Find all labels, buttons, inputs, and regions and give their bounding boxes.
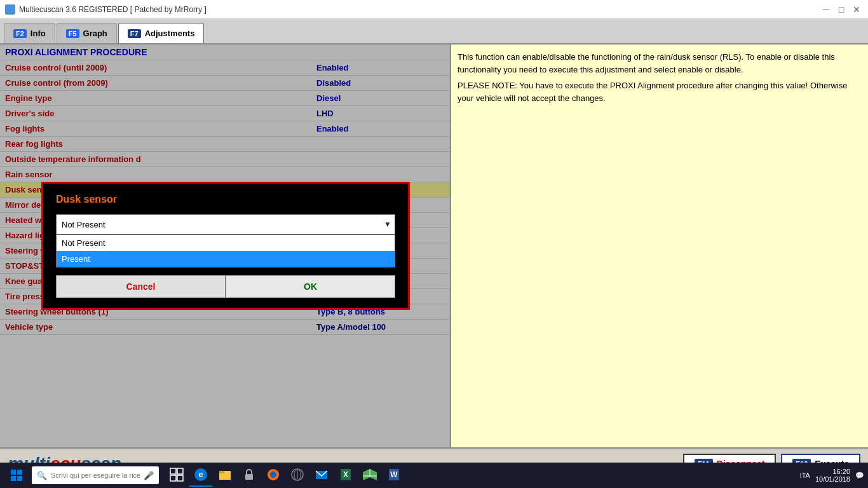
taskbar-language: ITA (800, 471, 810, 479)
info-area: This function can enable/disable the fun… (451, 44, 868, 447)
taskbar-app-explorer[interactable] (214, 464, 236, 487)
taskbar-app-mail[interactable] (310, 464, 333, 487)
svg-rect-3 (17, 476, 22, 481)
close-button[interactable]: ✕ (850, 3, 863, 16)
dropdown-option-not-present[interactable]: Not Present (57, 235, 395, 251)
svg-rect-7 (177, 475, 183, 481)
dropdown-option-present[interactable]: Present (57, 251, 395, 267)
word-icon: W (387, 468, 401, 482)
taskbar-app-security[interactable] (238, 464, 261, 487)
cancel-button[interactable]: Cancel (56, 275, 226, 298)
tab-graph-label: Graph (83, 29, 107, 38)
svg-text:W: W (390, 470, 398, 479)
svg-rect-0 (11, 470, 16, 475)
firefox-icon (266, 468, 280, 482)
tabbar: F2 Info F5 Graph F7 Adjustments (0, 19, 868, 43)
taskbar-apps: e (165, 464, 405, 487)
svg-text:X: X (343, 470, 348, 479)
taskbar-date: 10/01/2018 (815, 475, 850, 483)
notification-icon: 💬 (855, 471, 864, 480)
modal-select-wrapper: Not Present Present ▼ (56, 214, 395, 234)
tab-info-label: Info (31, 29, 46, 38)
mail-icon (315, 468, 329, 482)
tab-info[interactable]: F2 Info (4, 23, 55, 43)
taskbar-clock: 16:20 10/01/2018 (815, 468, 850, 483)
titlebar-controls: ─ □ ✕ (820, 3, 863, 16)
taskbar-app-maps[interactable] (358, 464, 381, 487)
tab-adjustments-key: F7 (128, 29, 141, 38)
dusk-sensor-modal: Dusk sensor Not Present Present ▼ Not Pr… (41, 182, 410, 310)
modal-overlay: Dusk sensor Not Present Present ▼ Not Pr… (0, 44, 451, 447)
modal-dropdown[interactable]: Not Present Present (56, 214, 395, 234)
taskbar-app-network[interactable] (286, 464, 309, 487)
svg-rect-11 (219, 473, 231, 480)
svg-rect-1 (17, 470, 22, 475)
svg-rect-5 (177, 468, 183, 474)
explorer-icon (218, 468, 232, 482)
table-area: PROXI ALIGNMENT PROCEDURE Cruise control… (0, 44, 451, 447)
tab-info-key: F2 (13, 29, 27, 38)
taskbar-app-excel[interactable]: X (334, 464, 357, 487)
tab-adjustments-label: Adjustments (145, 29, 195, 38)
maximize-button[interactable]: □ (835, 3, 848, 16)
ok-button[interactable]: OK (226, 275, 395, 298)
edge-icon: e (194, 468, 208, 482)
app-icon (5, 4, 15, 15)
info-text: This function can enable/disable the fun… (458, 51, 862, 76)
microphone-icon: 🎤 (144, 471, 154, 480)
titlebar: Multiecuscan 3.6 REGISTERED [ Patched by… (0, 0, 868, 19)
modal-buttons: Cancel OK (56, 275, 395, 298)
svg-rect-4 (170, 468, 176, 474)
taskbar-app-firefox[interactable] (262, 464, 285, 487)
svg-text:e: e (198, 470, 203, 479)
tab-adjustments[interactable]: F7 Adjustments (118, 23, 205, 43)
svg-rect-13 (245, 474, 253, 480)
taskbar-app-word[interactable]: W (383, 464, 405, 487)
taskbar-right: ITA 16:20 10/01/2018 💬 (800, 468, 864, 483)
excel-icon: X (339, 468, 353, 482)
tab-graph[interactable]: F5 Graph (57, 23, 117, 43)
windows-icon (11, 470, 22, 481)
tab-graph-key: F5 (66, 29, 79, 38)
main-area: PROXI ALIGNMENT PROCEDURE Cruise control… (0, 43, 868, 447)
modal-title: Dusk sensor (56, 194, 395, 205)
taskbar: 🔍 🎤 e (0, 463, 868, 488)
taskbar-search[interactable]: 🔍 🎤 (32, 466, 159, 484)
taskbar-app-taskview[interactable] (165, 464, 188, 487)
search-icon: 🔍 (37, 471, 47, 480)
network-icon (290, 468, 304, 482)
titlebar-left: Multiecuscan 3.6 REGISTERED [ Patched by… (5, 4, 207, 15)
taskbar-app-edge[interactable]: e (189, 464, 212, 487)
svg-point-15 (270, 471, 276, 478)
minimize-button[interactable]: ─ (820, 3, 832, 16)
titlebar-title: Multiecuscan 3.6 REGISTERED [ Patched by… (19, 5, 207, 14)
search-input[interactable] (51, 471, 140, 479)
svg-rect-2 (11, 476, 16, 481)
dropdown-list: Not Present Present (56, 234, 395, 268)
taskbar-time: 16:20 (815, 468, 850, 475)
start-button[interactable] (4, 464, 29, 487)
maps-icon (363, 468, 377, 482)
svg-rect-12 (219, 471, 224, 473)
taskview-icon (170, 468, 184, 482)
svg-rect-6 (170, 475, 176, 481)
info-note: PLEASE NOTE: You have to execute the PRO… (458, 79, 862, 104)
lock-icon (242, 468, 256, 482)
